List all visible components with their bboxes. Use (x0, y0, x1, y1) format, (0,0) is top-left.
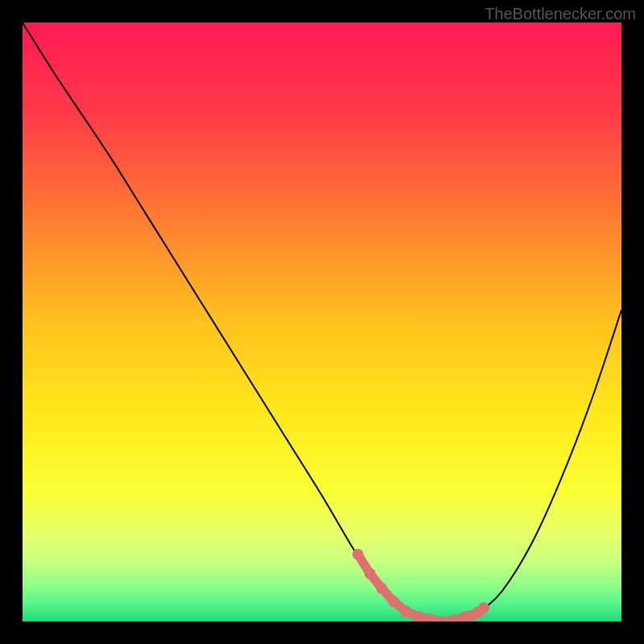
svg-point-4 (388, 596, 399, 607)
svg-point-5 (400, 605, 411, 617)
svg-point-2 (365, 568, 376, 579)
svg-point-3 (376, 583, 387, 594)
bottleneck-curve (23, 23, 621, 621)
watermark-text: TheBottlenecker.com (485, 5, 636, 23)
feasible-region-dots (353, 549, 489, 621)
chart-curve-layer (23, 23, 621, 621)
svg-point-13 (478, 602, 489, 613)
chart-area (23, 23, 621, 621)
svg-point-1 (353, 549, 364, 560)
